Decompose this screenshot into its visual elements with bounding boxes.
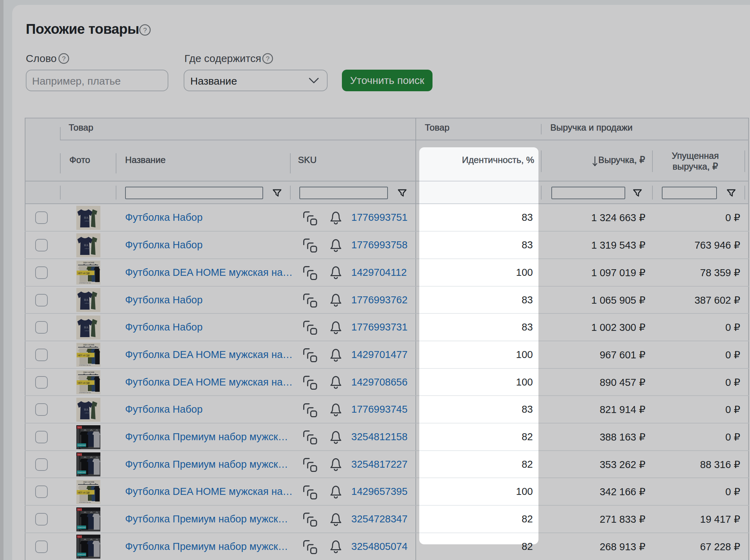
svg-text:Топ-1: Топ-1	[77, 426, 82, 428]
svg-text:ЧЁТ-А ГДЕ: ЧЁТ-А ГДЕ	[78, 354, 90, 357]
svg-text:DEA HOME: DEA HOME	[83, 344, 94, 346]
svg-text:отличное кач-во: отличное кач-во	[79, 392, 91, 394]
svg-text:ЧЁТ-А ГДЕ: ЧЁТ-А ГДЕ	[78, 382, 90, 384]
svg-text:отличное кач-во: отличное кач-во	[79, 501, 91, 503]
svg-text:Комплект: Комплект	[78, 526, 86, 528]
svg-text:Топ-1: Топ-1	[77, 536, 82, 538]
svg-text:collection: collection	[85, 220, 91, 222]
svg-text:collection: collection	[85, 330, 91, 332]
svg-text:?: ?	[143, 26, 147, 34]
svg-text:Топ-1: Топ-1	[77, 453, 82, 456]
svg-text:collection: collection	[85, 302, 91, 304]
svg-text:?: ?	[266, 55, 270, 62]
svg-text:collection: collection	[85, 412, 91, 414]
svg-text:collection: collection	[85, 248, 91, 249]
svg-text:DEA HOME: DEA HOME	[83, 262, 94, 264]
svg-text:DEA HOME: DEA HOME	[83, 371, 94, 373]
svg-text:?: ?	[62, 55, 66, 62]
svg-text:отличное кач-во: отличное кач-во	[79, 364, 91, 366]
svg-text:HA: HA	[84, 408, 89, 411]
svg-text:Комплект: Комплект	[78, 444, 86, 446]
svg-text:ЧЁТ-А ГДЕ: ЧЁТ-А ГДЕ	[78, 272, 90, 275]
svg-text:Комплект: Комплект	[78, 553, 86, 555]
svg-text:HA: HA	[84, 243, 89, 247]
svg-text:DEA HOME: DEA HOME	[83, 481, 94, 483]
svg-text:Топ-1: Топ-1	[77, 508, 82, 511]
svg-text:Комплект: Комплект	[78, 471, 86, 473]
svg-text:HA: HA	[84, 216, 89, 219]
svg-text:HA: HA	[84, 298, 89, 302]
svg-text:HA: HA	[84, 326, 89, 329]
svg-text:ЧЁТ-А ГДЕ: ЧЁТ-А ГДЕ	[78, 491, 90, 494]
svg-text:отличное кач-во: отличное кач-во	[79, 282, 91, 284]
